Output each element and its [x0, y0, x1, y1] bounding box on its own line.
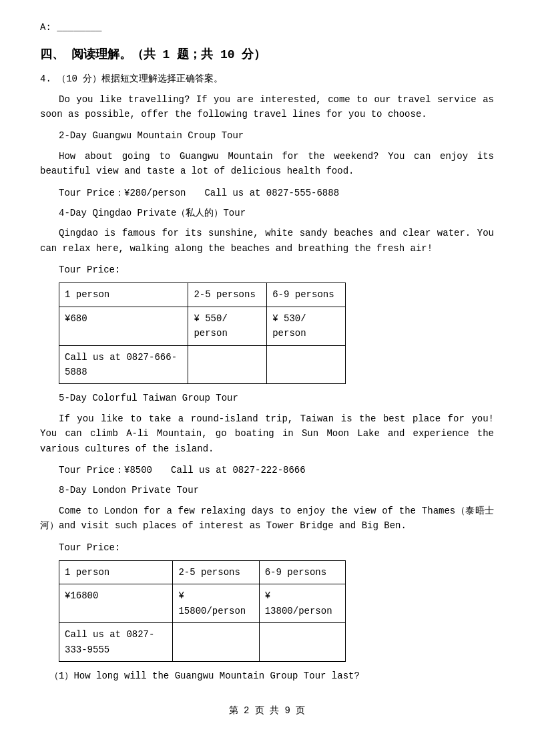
table-row: 1 person 2-5 persons 6-9 persons [59, 283, 346, 307]
tour3-description: If you like to take a round-island trip,… [40, 411, 494, 456]
tour1-price: Tour Price：¥280/person Call us at 0827-5… [59, 186, 494, 200]
table-cell: ¥ 530/ person [267, 307, 346, 345]
section-title: 四、 阅读理解。（共 1 题；共 10 分） [40, 45, 494, 65]
table-cell: 6-9 persons [267, 283, 346, 307]
answer-line: A: ________ [40, 20, 494, 35]
table-cell: ¥ 13800/person [259, 584, 345, 623]
tour2-description: Qingdao is famous for its sunshine, whit… [40, 226, 494, 256]
tour4-subtitle: 8-Day London Private Tour [59, 483, 494, 498]
table-cell: Call us at 0827-333-9555 [59, 623, 173, 662]
question4-label: 4. （10 分）根据短文理解选择正确答案。 [40, 71, 494, 86]
tour2-price-label: Tour Price: [59, 262, 494, 277]
table-cell: ¥680 [59, 307, 188, 345]
table-cell: 2-5 persons [173, 560, 259, 584]
table-cell: 1 person [59, 560, 173, 584]
tour4-price-table: 1 person 2-5 persons 6-9 persons ¥16800 … [59, 560, 346, 662]
table-row: ¥16800 ¥ 15800/person ¥ 13800/person [59, 584, 346, 623]
table-cell [267, 345, 346, 384]
final-question: （1）How long will the Guangwu Mountain Gr… [49, 669, 494, 683]
table-row: ¥680 ¥ 550/ person ¥ 530/ person [59, 307, 346, 345]
table-cell: ¥ 550/ person [188, 307, 267, 345]
tour4-price-label: Tour Price: [59, 540, 494, 555]
intro-paragraph: Do you like travelling? If you are inter… [40, 92, 494, 122]
table-row: Call us at 0827-666-5888 [59, 345, 346, 384]
tour4-description: Come to London for a few relaxing days t… [40, 504, 494, 534]
table-cell: 6-9 persons [259, 560, 345, 584]
section-number: 四、 [40, 48, 64, 61]
tour1-subtitle: 2-Day Guangwu Mountain Croup Tour [59, 128, 494, 143]
section-heading: 阅读理解。（共 1 题；共 10 分） [71, 48, 266, 61]
page-footer: 第 2 页 共 9 页 [40, 703, 494, 718]
tour3-subtitle: 5-Day Colorful Taiwan Group Tour [59, 391, 494, 405]
table-row: Call us at 0827-333-9555 [59, 623, 346, 662]
tour2-subtitle: 4-Day Qingdao Private（私人的）Tour [59, 206, 494, 220]
tour3-price: Tour Price：¥8500 Call us at 0827-222-866… [59, 463, 494, 478]
table-row: 1 person 2-5 persons 6-9 persons [59, 560, 346, 584]
table-cell [173, 623, 259, 662]
table-cell [259, 623, 345, 662]
table-cell [188, 345, 267, 384]
table-cell: Call us at 0827-666-5888 [59, 345, 188, 384]
tour2-price-table: 1 person 2-5 persons 6-9 persons ¥680 ¥ … [59, 282, 346, 384]
tour1-description: How about going to Guangwu Mountain for … [40, 149, 494, 179]
table-cell: ¥16800 [59, 584, 173, 623]
table-cell: 2-5 persons [188, 283, 267, 307]
table-cell: ¥ 15800/person [173, 584, 259, 623]
table-cell: 1 person [59, 283, 188, 307]
